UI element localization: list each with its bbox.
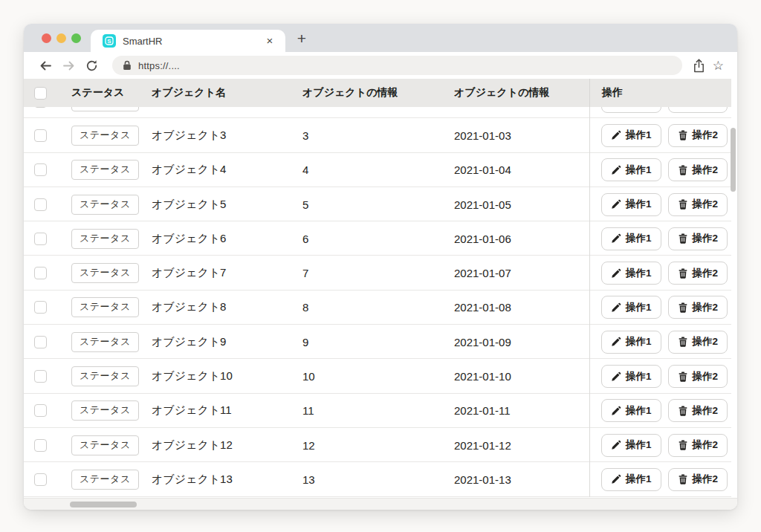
browser-window: S SmartHR × + https://....	[24, 24, 737, 510]
row-checkbox[interactable]	[34, 301, 47, 314]
trash-icon	[678, 302, 688, 313]
row-checkbox[interactable]	[34, 473, 47, 486]
table-row: ステータス オブジェクト6 6 2021-01-06 操作1	[24, 221, 731, 256]
table-row: ステータス オブジェクト3 3 2021-01-03 操作1	[24, 118, 731, 152]
table-row: ステータス オブジェクト7 7 2021-01-07 操作1	[24, 256, 731, 290]
status-badge: ステータス	[71, 229, 139, 249]
browser-toolbar: https://.... ☆	[24, 52, 737, 79]
object-name-cell: オブジェクト4	[152, 163, 302, 177]
row-checkbox[interactable]	[34, 129, 47, 142]
row-actions: 操作1 操作2	[589, 325, 731, 359]
tab-title: SmartHR	[123, 36, 256, 47]
edit-button[interactable]: 操作1	[601, 158, 661, 181]
reload-icon[interactable]	[85, 59, 98, 72]
delete-button[interactable]: 操作2	[668, 262, 728, 285]
smarthr-favicon-icon: S	[103, 34, 116, 48]
object-info-cell: 5	[302, 198, 454, 211]
pencil-icon	[611, 233, 621, 244]
object-name-cell: オブジェクト3	[152, 129, 302, 143]
edit-button[interactable]: 操作1	[601, 296, 661, 319]
tab-close-icon[interactable]: ×	[263, 34, 276, 48]
table-header-row: ステータス オブジェクト名 オブジェクトの情報 オブジェクトの情報 操作	[24, 79, 731, 107]
status-badge: ステータス	[71, 126, 139, 146]
object-date-cell: 2021-01-07	[454, 267, 589, 279]
new-tab-button[interactable]: +	[291, 29, 312, 48]
edit-button[interactable]: 操作1	[601, 365, 661, 388]
delete-button[interactable]: 操作2	[668, 365, 728, 388]
edit-button[interactable]: 操作1	[601, 468, 661, 491]
row-checkbox[interactable]	[34, 336, 47, 348]
edit-button[interactable]: 操作1	[601, 331, 661, 354]
status-badge: ステータス	[71, 366, 139, 386]
share-icon[interactable]	[693, 59, 705, 73]
delete-button[interactable]: 操作2	[668, 227, 728, 250]
traffic-lights	[42, 24, 81, 52]
bookmark-star-icon[interactable]: ☆	[713, 59, 724, 72]
back-icon[interactable]	[39, 59, 52, 72]
edit-button-label: 操作1	[626, 163, 652, 177]
delete-button[interactable]: 操作2	[668, 158, 728, 181]
select-all-checkbox[interactable]	[34, 87, 47, 100]
row-checkbox[interactable]	[34, 404, 47, 417]
window-close-button[interactable]	[42, 33, 51, 43]
edit-button[interactable]: 操作1	[601, 262, 661, 285]
row-checkbox[interactable]	[34, 370, 47, 383]
trash-icon	[678, 165, 688, 175]
trash-icon	[678, 233, 688, 244]
object-date-cell: 2021-01-13	[454, 473, 589, 486]
delete-button[interactable]: 操作2	[668, 193, 728, 216]
object-info-cell: 12	[302, 439, 454, 452]
delete-button[interactable]: 操作2	[668, 331, 728, 354]
trash-icon	[678, 372, 688, 382]
row-actions: 操作1 操作2	[589, 394, 731, 428]
status-badge: ステータス	[71, 297, 139, 317]
column-header-status: ステータス	[71, 86, 152, 100]
row-checkbox[interactable]	[34, 163, 47, 176]
pencil-icon	[611, 337, 621, 347]
delete-button-label: 操作2	[693, 129, 719, 142]
delete-button[interactable]: 操作2	[668, 434, 728, 457]
column-header-object-info-1: オブジェクトの情報	[302, 86, 454, 100]
row-checkbox[interactable]	[34, 267, 47, 279]
delete-button-label: 操作2	[693, 473, 719, 486]
object-date-cell: 2021-01-06	[454, 233, 589, 245]
delete-button[interactable]: 操作2	[668, 296, 728, 319]
edit-button-label: 操作1	[626, 335, 652, 348]
edit-button[interactable]: 操作1	[601, 193, 661, 216]
horizontal-scrollbar[interactable]	[70, 502, 137, 508]
edit-button[interactable]: 操作1	[601, 434, 661, 457]
pencil-icon	[611, 372, 621, 382]
vertical-scrollbar[interactable]	[731, 128, 736, 192]
delete-button[interactable]: 操作2	[668, 468, 728, 491]
delete-button[interactable]: 操作2	[668, 399, 728, 422]
forward-icon[interactable]	[62, 59, 75, 72]
row-checkbox[interactable]	[34, 198, 47, 211]
row-checkbox[interactable]	[34, 439, 47, 452]
object-info-cell: 11	[302, 404, 454, 417]
status-badge: ステータス	[71, 400, 139, 421]
pencil-icon	[611, 474, 621, 484]
edit-button[interactable]: 操作1	[601, 399, 661, 422]
row-actions: 操作1 操作2	[589, 291, 731, 325]
table-row: ステータス オブジェクト4 4 2021-01-04 操作1	[24, 153, 731, 187]
object-date-cell: 2021-01-04	[454, 163, 589, 176]
window-zoom-button[interactable]	[71, 33, 81, 43]
pencil-icon	[611, 165, 621, 175]
url-text: https://....	[138, 60, 180, 71]
column-header-object-name: オブジェクト名	[152, 86, 302, 100]
edit-button[interactable]: 操作1	[601, 124, 661, 147]
edit-button[interactable]: 操作1	[601, 227, 661, 250]
object-date-cell: 2021-01-11	[454, 404, 589, 417]
object-date-cell: 2021-01-09	[454, 336, 589, 348]
browser-tab-smarthr[interactable]: S SmartHR ×	[91, 30, 285, 52]
address-bar[interactable]: https://....	[112, 56, 682, 75]
object-date-cell: 2021-01-05	[454, 198, 589, 211]
delete-button[interactable]: 操作2	[668, 124, 728, 147]
table-row: ステータス オブジェクト5 5 2021-01-05 操作1	[24, 187, 731, 221]
row-checkbox[interactable]	[34, 233, 47, 245]
row-actions: 操作1 操作2	[589, 428, 731, 462]
pencil-icon	[611, 440, 621, 450]
object-info-cell: 7	[302, 267, 454, 279]
window-minimize-button[interactable]	[56, 33, 66, 43]
page-content: ステータス オブジェクト名 オブジェクトの情報 オブジェクトの情報 操作 ステー…	[24, 79, 737, 510]
